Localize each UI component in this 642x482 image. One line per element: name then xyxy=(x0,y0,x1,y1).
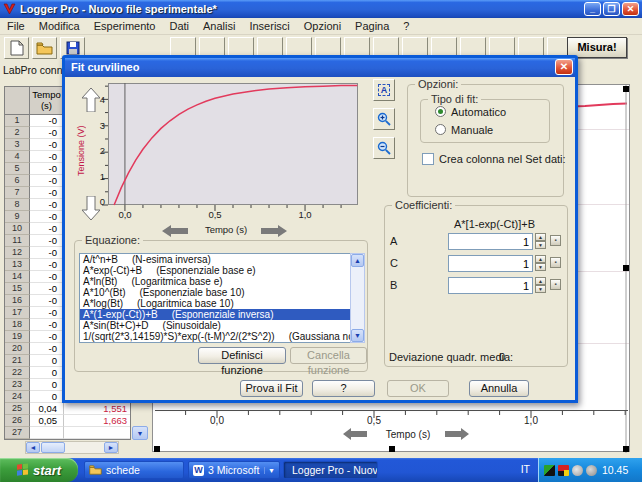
try-fit-button[interactable]: Prova il Fit xyxy=(240,380,303,397)
create-column-label[interactable]: Crea colonna nel Set dati: xyxy=(439,153,566,165)
menu-analisi[interactable]: Analisi xyxy=(196,19,242,33)
equation-item[interactable]: 1/(sqrt(2*3,14159)*S)*exp(-(t-M)^2/(2*S^… xyxy=(80,331,364,342)
radio-manual-label[interactable]: Manuale xyxy=(451,124,493,136)
tray-icon-1[interactable] xyxy=(544,465,555,476)
menu-pagina[interactable]: Pagina xyxy=(348,19,396,33)
selection-handle[interactable] xyxy=(154,446,160,452)
menu-modifica[interactable]: Modifica xyxy=(32,19,87,33)
task-word-group[interactable]: W 3 Microsoft Word fo... ▼ xyxy=(188,461,280,479)
pan-right-arrow-icon[interactable] xyxy=(261,225,287,237)
equation-item[interactable]: A*log(Bt)(Logaritmica base 10) xyxy=(80,298,364,309)
menu-inserisci[interactable]: Inserisci xyxy=(242,19,296,33)
table-row[interactable]: 250,041,551 xyxy=(5,403,130,415)
autoscale-button[interactable]: A xyxy=(373,79,395,101)
spinner-up-arrow[interactable]: ▲ xyxy=(535,233,546,241)
equation-item[interactable]: A*sin(Bt+C)+D(Sinusoidale) xyxy=(80,320,364,331)
zoom-out-button[interactable] xyxy=(373,137,395,159)
table-row[interactable]: 260,051,663 xyxy=(5,415,130,427)
language-indicator[interactable]: IT xyxy=(521,463,530,475)
open-folder-icon xyxy=(36,42,53,55)
pan-left-arrow-icon[interactable] xyxy=(343,428,367,440)
equation-item[interactable]: A*(1-exp(-Ct))+B(Esponenziale inversa) xyxy=(80,309,364,320)
task-schede[interactable]: schede xyxy=(84,461,184,479)
spinner-down-arrow[interactable]: ▼ xyxy=(535,285,546,293)
cancel-button[interactable]: Annulla xyxy=(469,380,529,397)
menu-dati[interactable]: Dati xyxy=(162,19,196,33)
coefficient-spinner[interactable]: ▲▼ xyxy=(535,277,546,294)
radio-automatic[interactable] xyxy=(435,106,446,117)
tray-icon-2[interactable] xyxy=(558,465,569,476)
table-hscrollbar[interactable]: ◄ ► xyxy=(25,441,119,454)
selection-handle[interactable] xyxy=(623,446,629,452)
start-button[interactable]: start xyxy=(0,458,78,482)
equation-item[interactable]: A/t^n+B(N-esima inversa) xyxy=(80,254,364,265)
dialog-titlebar[interactable]: Fit curvilineo ✕ xyxy=(65,58,575,77)
menu-opzioni[interactable]: Opzioni xyxy=(297,19,348,33)
hscroll-left-arrow[interactable]: ◄ xyxy=(26,442,40,453)
tempo-cell: -0 xyxy=(30,151,64,163)
coefficient-spinner[interactable]: ▲▼ xyxy=(535,255,546,272)
delete-function-button[interactable]: Cancella funzione xyxy=(290,347,367,364)
selection-handle[interactable] xyxy=(389,446,395,452)
scroll-down-arrow[interactable]: ▼ xyxy=(351,329,364,342)
coefficient-lock-button[interactable]: ▪ xyxy=(550,235,561,246)
scroll-up-arrow[interactable]: ▲ xyxy=(351,254,364,267)
selection-handle[interactable] xyxy=(623,86,629,92)
tempo-cell: 0 xyxy=(30,379,64,391)
pan-left-arrow-icon[interactable] xyxy=(162,225,188,237)
menu-esperimento[interactable]: Esperimento xyxy=(87,19,163,33)
tray-icon-3[interactable] xyxy=(572,465,583,476)
tempo-cell: -0 xyxy=(30,271,64,283)
selection-handle[interactable] xyxy=(623,265,629,271)
hscroll-thumb[interactable] xyxy=(41,442,65,453)
coefficient-input-A[interactable] xyxy=(448,233,533,250)
equation-description: (Esponenziale inversa) xyxy=(172,309,274,320)
dialog-body: Tensione (V) 4 3 2 1 0 0,0 0,5 1,0 Tempo… xyxy=(65,77,575,400)
tempo-column-header[interactable]: Tempo (s) xyxy=(30,87,64,114)
tempo-cell: -0 xyxy=(30,283,64,295)
coefficient-lock-button[interactable]: ▪ xyxy=(550,257,561,268)
restore-button[interactable]: ❐ xyxy=(603,2,620,16)
spinner-down-arrow[interactable]: ▼ xyxy=(535,263,546,271)
define-function-button[interactable]: Definisci funzione xyxy=(198,347,286,364)
close-button[interactable]: ✕ xyxy=(622,2,639,16)
radio-automatic-label[interactable]: Automatico xyxy=(451,106,506,118)
radio-manual[interactable] xyxy=(435,124,446,135)
new-file-button[interactable] xyxy=(4,37,29,59)
tray-icon-4[interactable] xyxy=(586,465,597,476)
menu-q[interactable]: ? xyxy=(396,19,416,33)
zoom-in-button[interactable] xyxy=(373,108,395,130)
group-dropdown-arrow[interactable]: ▼ xyxy=(264,467,275,474)
coefficient-input-C[interactable] xyxy=(448,255,533,272)
menu-file[interactable]: File xyxy=(0,19,32,33)
coefficient-lock-button[interactable]: ▪ xyxy=(550,279,561,290)
tensione-cell xyxy=(64,427,130,439)
spinner-down-arrow[interactable]: ▼ xyxy=(535,241,546,249)
equation-item[interactable]: A*ln(Bt)(Logaritmica base e) xyxy=(80,276,364,287)
ok-button[interactable]: OK xyxy=(387,380,449,397)
coefficient-spinner[interactable]: ▲▼ xyxy=(535,233,546,250)
zoom-in-icon xyxy=(377,112,391,126)
coefficient-input-B[interactable] xyxy=(448,277,533,294)
create-column-checkbox[interactable] xyxy=(422,153,434,165)
help-button[interactable]: ? xyxy=(312,380,375,397)
equation-list[interactable]: A/t^n+B(N-esima inversa)A*exp(-Ct)+B(Esp… xyxy=(79,253,365,343)
row-number: 13 xyxy=(5,259,30,271)
x-tick-label: 1,0 xyxy=(514,415,548,426)
tempo-cell: -0 xyxy=(30,343,64,355)
open-file-button[interactable] xyxy=(32,37,57,59)
row-number: 21 xyxy=(5,355,30,367)
equation-scrollbar[interactable]: ▲ ▼ xyxy=(350,253,365,343)
minimize-button[interactable]: _ xyxy=(584,2,601,16)
spinner-up-arrow[interactable]: ▲ xyxy=(535,255,546,263)
equation-item[interactable]: A*10^(Bt)(Esponenziale base 10) xyxy=(80,287,364,298)
table-vscroll-down[interactable]: ▼ xyxy=(132,426,148,440)
pan-right-arrow-icon[interactable] xyxy=(445,428,469,440)
task-loggerpro[interactable]: Logger Pro - Nuovo fil... xyxy=(283,461,378,479)
row-number: 11 xyxy=(5,235,30,247)
hscroll-right-arrow[interactable]: ► xyxy=(104,442,118,453)
dialog-close-button[interactable]: ✕ xyxy=(555,59,573,75)
equation-item[interactable]: A*exp(-Ct)+B(Esponenziale base e) xyxy=(80,265,364,276)
table-row[interactable]: 27 xyxy=(5,427,130,439)
spinner-up-arrow[interactable]: ▲ xyxy=(535,277,546,285)
